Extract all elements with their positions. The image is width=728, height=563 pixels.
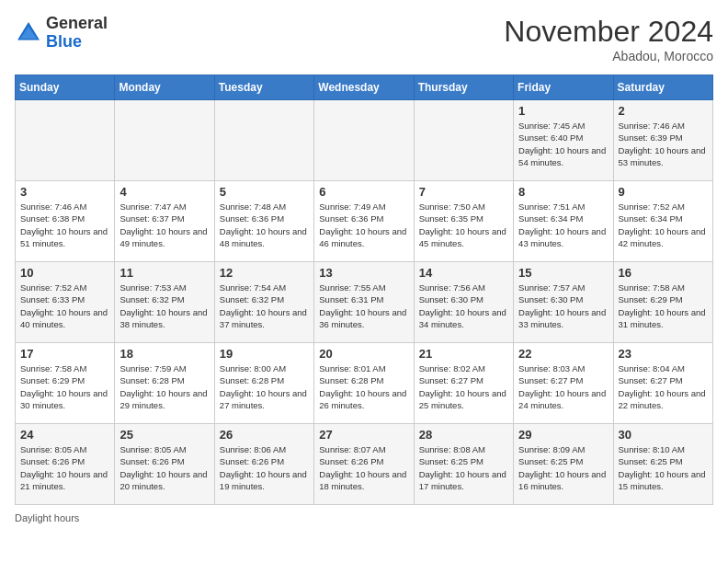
- day-info: Sunrise: 7:55 AM Sunset: 6:31 PM Dayligh…: [319, 282, 408, 330]
- calendar-cell: 18Sunrise: 7:59 AM Sunset: 6:28 PM Dayli…: [115, 343, 214, 424]
- day-number: 24: [20, 428, 109, 442]
- day-number: 27: [319, 428, 408, 442]
- day-info: Sunrise: 8:05 AM Sunset: 6:26 PM Dayligh…: [119, 443, 209, 492]
- calendar-cell: 3Sunrise: 7:46 AM Sunset: 6:38 PM Daylig…: [16, 181, 115, 262]
- calendar-cell: 30Sunrise: 8:10 AM Sunset: 6:25 PM Dayli…: [613, 424, 712, 505]
- day-number: 30: [619, 428, 708, 442]
- calendar-cell: 22Sunrise: 8:03 AM Sunset: 6:27 PM Dayli…: [514, 343, 613, 424]
- calendar-cell: 11Sunrise: 7:53 AM Sunset: 6:32 PM Dayli…: [115, 262, 214, 343]
- day-info: Sunrise: 8:03 AM Sunset: 6:27 PM Dayligh…: [518, 362, 608, 411]
- location: Abadou, Morocco: [504, 49, 713, 63]
- day-number: 6: [319, 185, 408, 199]
- calendar-cell: [115, 100, 214, 181]
- day-info: Sunrise: 7:57 AM Sunset: 6:30 PM Dayligh…: [518, 282, 608, 330]
- calendar-cell: [16, 100, 115, 181]
- calendar-week-row: 3Sunrise: 7:46 AM Sunset: 6:38 PM Daylig…: [16, 181, 713, 262]
- day-number: 16: [619, 266, 708, 280]
- calendar-cell: 20Sunrise: 8:01 AM Sunset: 6:28 PM Dayli…: [314, 343, 414, 424]
- calendar-cell: 29Sunrise: 8:09 AM Sunset: 6:25 PM Dayli…: [514, 424, 613, 505]
- day-number: 10: [20, 266, 109, 280]
- weekday-header: Monday: [115, 75, 214, 100]
- day-info: Sunrise: 7:52 AM Sunset: 6:34 PM Dayligh…: [619, 201, 708, 249]
- day-number: 4: [119, 185, 209, 199]
- calendar-cell: 1Sunrise: 7:45 AM Sunset: 6:40 PM Daylig…: [514, 100, 613, 181]
- logo-text: General Blue: [46, 15, 108, 52]
- day-info: Sunrise: 7:47 AM Sunset: 6:37 PM Dayligh…: [119, 201, 209, 249]
- day-info: Sunrise: 7:52 AM Sunset: 6:33 PM Dayligh…: [20, 282, 109, 330]
- day-number: 22: [518, 347, 608, 361]
- calendar-cell: 28Sunrise: 8:08 AM Sunset: 6:25 PM Dayli…: [414, 424, 513, 505]
- calendar-cell: 10Sunrise: 7:52 AM Sunset: 6:33 PM Dayli…: [16, 262, 115, 343]
- day-info: Sunrise: 7:46 AM Sunset: 6:39 PM Dayligh…: [619, 120, 708, 168]
- calendar-cell: 13Sunrise: 7:55 AM Sunset: 6:31 PM Dayli…: [314, 262, 414, 343]
- calendar-cell: 19Sunrise: 8:00 AM Sunset: 6:28 PM Dayli…: [214, 343, 313, 424]
- day-number: 7: [419, 185, 508, 199]
- day-info: Sunrise: 7:53 AM Sunset: 6:32 PM Dayligh…: [119, 282, 209, 330]
- day-number: 11: [119, 266, 209, 280]
- day-info: Sunrise: 7:50 AM Sunset: 6:35 PM Dayligh…: [419, 201, 508, 249]
- day-info: Sunrise: 7:51 AM Sunset: 6:34 PM Dayligh…: [518, 201, 608, 249]
- day-info: Sunrise: 8:09 AM Sunset: 6:25 PM Dayligh…: [518, 443, 608, 492]
- day-info: Sunrise: 7:56 AM Sunset: 6:30 PM Dayligh…: [419, 282, 508, 330]
- calendar-cell: 6Sunrise: 7:49 AM Sunset: 6:36 PM Daylig…: [314, 181, 414, 262]
- day-info: Sunrise: 7:46 AM Sunset: 6:38 PM Dayligh…: [20, 201, 109, 249]
- calendar-week-row: 17Sunrise: 7:58 AM Sunset: 6:29 PM Dayli…: [16, 343, 713, 424]
- day-number: 20: [319, 347, 408, 361]
- day-info: Sunrise: 8:08 AM Sunset: 6:25 PM Dayligh…: [419, 443, 508, 492]
- weekday-header: Saturday: [613, 75, 712, 100]
- calendar-week-row: 24Sunrise: 8:05 AM Sunset: 6:26 PM Dayli…: [16, 424, 713, 505]
- day-number: 29: [518, 428, 608, 442]
- day-number: 9: [619, 185, 708, 199]
- day-number: 19: [220, 347, 309, 361]
- day-info: Sunrise: 7:58 AM Sunset: 6:29 PM Dayligh…: [20, 362, 109, 411]
- calendar-week-row: 1Sunrise: 7:45 AM Sunset: 6:40 PM Daylig…: [16, 100, 713, 181]
- month-title: November 2024: [504, 15, 713, 49]
- day-info: Sunrise: 7:49 AM Sunset: 6:36 PM Dayligh…: [319, 201, 408, 249]
- logo-icon: [15, 19, 42, 47]
- calendar-cell: 21Sunrise: 8:02 AM Sunset: 6:27 PM Dayli…: [414, 343, 513, 424]
- weekday-header: Thursday: [414, 75, 513, 100]
- day-info: Sunrise: 8:10 AM Sunset: 6:25 PM Dayligh…: [619, 443, 708, 492]
- day-number: 14: [419, 266, 508, 280]
- calendar-cell: 2Sunrise: 7:46 AM Sunset: 6:39 PM Daylig…: [613, 100, 712, 181]
- day-info: Sunrise: 7:54 AM Sunset: 6:32 PM Dayligh…: [220, 282, 309, 330]
- calendar-cell: 7Sunrise: 7:50 AM Sunset: 6:35 PM Daylig…: [414, 181, 513, 262]
- day-info: Sunrise: 7:58 AM Sunset: 6:29 PM Dayligh…: [619, 282, 708, 330]
- weekday-header-row: SundayMondayTuesdayWednesdayThursdayFrid…: [16, 75, 713, 100]
- calendar-cell: 26Sunrise: 8:06 AM Sunset: 6:26 PM Dayli…: [214, 424, 313, 505]
- day-number: 26: [220, 428, 309, 442]
- calendar-cell: 24Sunrise: 8:05 AM Sunset: 6:26 PM Dayli…: [16, 424, 115, 505]
- weekday-header: Sunday: [16, 75, 115, 100]
- calendar-cell: 8Sunrise: 7:51 AM Sunset: 6:34 PM Daylig…: [514, 181, 613, 262]
- page-header: General Blue November 2024 Abadou, Moroc…: [15, 15, 713, 63]
- weekday-header: Wednesday: [314, 75, 414, 100]
- calendar-cell: 27Sunrise: 8:07 AM Sunset: 6:26 PM Dayli…: [314, 424, 414, 505]
- calendar-cell: 16Sunrise: 7:58 AM Sunset: 6:29 PM Dayli…: [613, 262, 712, 343]
- calendar-cell: 17Sunrise: 7:58 AM Sunset: 6:29 PM Dayli…: [16, 343, 115, 424]
- calendar-cell: 23Sunrise: 8:04 AM Sunset: 6:27 PM Dayli…: [613, 343, 712, 424]
- calendar-cell: 12Sunrise: 7:54 AM Sunset: 6:32 PM Dayli…: [214, 262, 313, 343]
- day-number: 25: [119, 428, 209, 442]
- calendar-cell: 14Sunrise: 7:56 AM Sunset: 6:30 PM Dayli…: [414, 262, 513, 343]
- day-info: Sunrise: 8:01 AM Sunset: 6:28 PM Dayligh…: [319, 362, 408, 411]
- title-block: November 2024 Abadou, Morocco: [504, 15, 713, 63]
- day-number: 21: [419, 347, 508, 361]
- logo: General Blue: [15, 15, 108, 52]
- day-number: 5: [220, 185, 309, 199]
- day-number: 15: [518, 266, 608, 280]
- day-number: 2: [619, 104, 708, 118]
- calendar-cell: 9Sunrise: 7:52 AM Sunset: 6:34 PM Daylig…: [613, 181, 712, 262]
- day-info: Sunrise: 8:07 AM Sunset: 6:26 PM Dayligh…: [319, 443, 408, 492]
- day-number: 23: [619, 347, 708, 361]
- day-number: 3: [20, 185, 109, 199]
- daylight-hours-label: Daylight hours: [15, 512, 79, 523]
- day-info: Sunrise: 7:48 AM Sunset: 6:36 PM Dayligh…: [220, 201, 309, 249]
- day-number: 18: [119, 347, 209, 361]
- day-number: 13: [319, 266, 408, 280]
- day-info: Sunrise: 8:06 AM Sunset: 6:26 PM Dayligh…: [220, 443, 309, 492]
- calendar-table: SundayMondayTuesdayWednesdayThursdayFrid…: [15, 75, 713, 505]
- calendar-cell: 15Sunrise: 7:57 AM Sunset: 6:30 PM Dayli…: [514, 262, 613, 343]
- calendar-cell: 25Sunrise: 8:05 AM Sunset: 6:26 PM Dayli…: [115, 424, 214, 505]
- day-info: Sunrise: 8:00 AM Sunset: 6:28 PM Dayligh…: [220, 362, 309, 411]
- footer: Daylight hours: [15, 512, 713, 523]
